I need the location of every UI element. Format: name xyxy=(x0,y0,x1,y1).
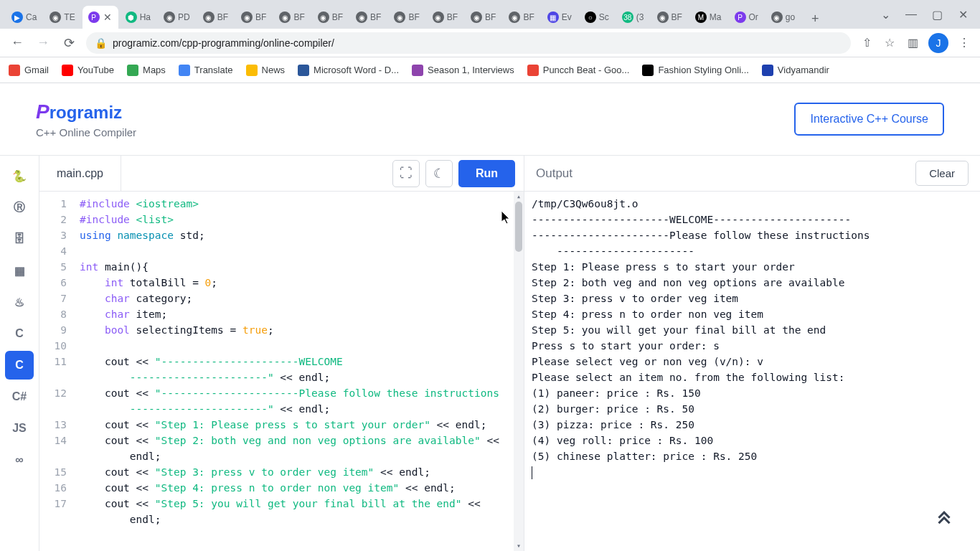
tab-label: BF xyxy=(332,12,343,22)
browser-tab[interactable]: ◉go xyxy=(765,6,801,29)
scroll-up-icon[interactable]: ▴ xyxy=(514,192,524,202)
lang-cpp[interactable]: C xyxy=(5,351,34,380)
back-button[interactable]: ← xyxy=(9,34,26,52)
line-number: 16 xyxy=(39,480,67,496)
interactive-course-button[interactable]: Interactive C++ Course xyxy=(794,103,944,136)
menu-icon[interactable]: ⋮ xyxy=(957,36,971,50)
code-line: cout << "----------------------Please fo… xyxy=(80,385,518,401)
subtitle: C++ Online Compiler xyxy=(36,126,136,138)
scroll-down-icon[interactable]: ▾ xyxy=(514,541,524,551)
bookmark-item[interactable]: News xyxy=(246,65,286,76)
lang-go[interactable]: ∞ xyxy=(5,446,34,474)
lang-html[interactable]: ▦ xyxy=(5,256,34,285)
editor-header: main.cpp ⛶ ☾ Run xyxy=(39,156,524,192)
browser-tab[interactable]: ◉BF xyxy=(197,6,234,29)
tab-favicon: ◉ xyxy=(356,11,367,23)
bookmark-item[interactable]: Season 1, Interviews xyxy=(412,65,514,76)
code-line: char item; xyxy=(80,306,518,322)
file-tab[interactable]: main.cpp xyxy=(39,156,121,191)
ide-area: 🐍Ⓡ🗄▦♨CCC#JS∞ main.cpp ⛶ ☾ Run 1234567891… xyxy=(0,155,980,551)
code-line: #include <list> xyxy=(80,212,518,227)
bookmark-favicon xyxy=(246,65,258,76)
browser-tab[interactable]: ◉BF xyxy=(273,6,310,29)
run-button[interactable]: Run xyxy=(458,160,515,187)
line-number: 5 xyxy=(39,259,67,275)
line-number: 1 xyxy=(39,196,67,212)
browser-tab[interactable]: ▶Ca xyxy=(6,6,42,29)
profile-avatar[interactable]: J xyxy=(928,33,948,53)
browser-tab[interactable]: P✕ xyxy=(83,6,118,29)
bookmark-item[interactable]: Puncch Beat - Goo... xyxy=(527,65,630,76)
new-tab-button[interactable]: + xyxy=(805,9,825,29)
browser-tab[interactable]: ◉BF xyxy=(427,6,463,29)
browser-tab[interactable]: ▦Ev xyxy=(542,6,578,29)
theme-toggle-icon[interactable]: ☾ xyxy=(425,160,453,187)
url-actions: ⇧ ☆ ▥ J ⋮ xyxy=(859,33,971,53)
browser-tab[interactable]: ◉BF xyxy=(350,6,387,29)
share-icon[interactable]: ⇧ xyxy=(859,36,874,50)
lang-c[interactable]: C xyxy=(5,319,34,348)
tab-favicon: ◉ xyxy=(164,11,175,23)
browser-tab[interactable]: ◉BF xyxy=(465,6,501,29)
output-line: ---------------------- xyxy=(532,243,973,259)
tab-close-icon[interactable]: ✕ xyxy=(103,12,113,22)
browser-tab[interactable]: ◉PD xyxy=(158,6,196,29)
editor-scrollbar[interactable]: ▴ ▾ xyxy=(514,192,524,551)
maximize-button[interactable]: ▢ xyxy=(931,9,943,20)
line-number xyxy=(39,401,67,417)
browser-tab[interactable]: ○Sc xyxy=(579,6,615,29)
scrollbar-thumb[interactable] xyxy=(515,202,522,252)
lang-R[interactable]: Ⓡ xyxy=(5,193,34,222)
bookmarks-bar: GmailYouTubeMapsTranslateNewsMicrosoft W… xyxy=(0,57,980,83)
bookmark-item[interactable]: Microsoft Word - D... xyxy=(298,65,399,76)
language-sidebar: 🐍Ⓡ🗄▦♨CCC#JS∞ xyxy=(0,156,39,551)
reload-button[interactable]: ⟳ xyxy=(60,34,77,52)
bookmark-star-icon[interactable]: ☆ xyxy=(882,36,897,50)
browser-tab[interactable]: 38(3 xyxy=(616,6,650,29)
fullscreen-icon[interactable]: ⛶ xyxy=(392,160,420,187)
tab-favicon: ○ xyxy=(585,11,596,23)
lang-cs[interactable]: C# xyxy=(5,382,34,411)
lang-JS[interactable]: JS xyxy=(5,414,34,443)
bookmark-item[interactable]: Vidyamandir xyxy=(762,65,829,76)
bookmark-item[interactable]: Maps xyxy=(127,65,166,76)
bookmark-item[interactable]: Fashion Styling Onli... xyxy=(642,65,748,76)
forward-button[interactable]: → xyxy=(34,34,52,52)
code-line: cout << "Step 2: both veg and non veg op… xyxy=(80,433,518,448)
browser-tab[interactable]: MMa xyxy=(689,6,727,29)
browser-tab[interactable]: ◉TE xyxy=(44,6,80,29)
minimize-button[interactable]: — xyxy=(905,9,917,20)
code-line: cout << "----------------------WELCOME xyxy=(80,354,518,369)
browser-tab[interactable]: ◉BF xyxy=(388,6,425,29)
output-console[interactable]: /tmp/C3Qw6ou8jt.o----------------------W… xyxy=(524,192,980,551)
tab-strip: ▶Ca◉TEP✕⬢Ha◉PD◉BF◉BF◉BF◉BF◉BF◉BF◉BF◉BF◉B… xyxy=(0,0,980,29)
lang-py[interactable]: 🐍 xyxy=(5,161,34,190)
code-line: endl; xyxy=(80,512,518,527)
browser-tab[interactable]: ◉BF xyxy=(503,6,540,29)
browser-tab[interactable]: ◉BF xyxy=(312,6,349,29)
line-number xyxy=(39,448,67,464)
browser-tab[interactable]: POr xyxy=(729,6,764,29)
lang-db[interactable]: 🗄 xyxy=(5,225,34,253)
bookmark-item[interactable]: Translate xyxy=(179,65,233,76)
bookmark-item[interactable]: Gmail xyxy=(9,65,49,76)
browser-tab[interactable]: ◉BF xyxy=(651,6,688,29)
browser-tab[interactable]: ◉BF xyxy=(235,6,272,29)
close-window-button[interactable]: ✕ xyxy=(957,9,969,20)
code-content[interactable]: #include <iostream>#include <list>using … xyxy=(74,192,524,551)
tab-search-icon[interactable]: ⌄ xyxy=(880,9,891,20)
lang-java[interactable]: ♨ xyxy=(5,288,34,316)
bookmark-item[interactable]: YouTube xyxy=(62,65,114,76)
tab-favicon: ◉ xyxy=(433,11,444,23)
code-line: bool selectingItems = true; xyxy=(80,322,518,338)
tab-label: TE xyxy=(64,12,75,22)
browser-tab[interactable]: ⬢Ha xyxy=(120,6,156,29)
tab-label: Ha xyxy=(140,12,151,22)
scroll-to-top-icon[interactable] xyxy=(928,499,960,531)
code-editor[interactable]: 1234567891011121314151617 #include <iost… xyxy=(39,192,524,551)
line-gutter: 1234567891011121314151617 xyxy=(39,192,74,551)
address-bar[interactable]: 🔒 programiz.com/cpp-programming/online-c… xyxy=(86,32,851,54)
tab-favicon: M xyxy=(695,11,707,23)
clear-button[interactable]: Clear xyxy=(915,161,969,186)
side-panel-icon[interactable]: ▥ xyxy=(905,36,920,50)
